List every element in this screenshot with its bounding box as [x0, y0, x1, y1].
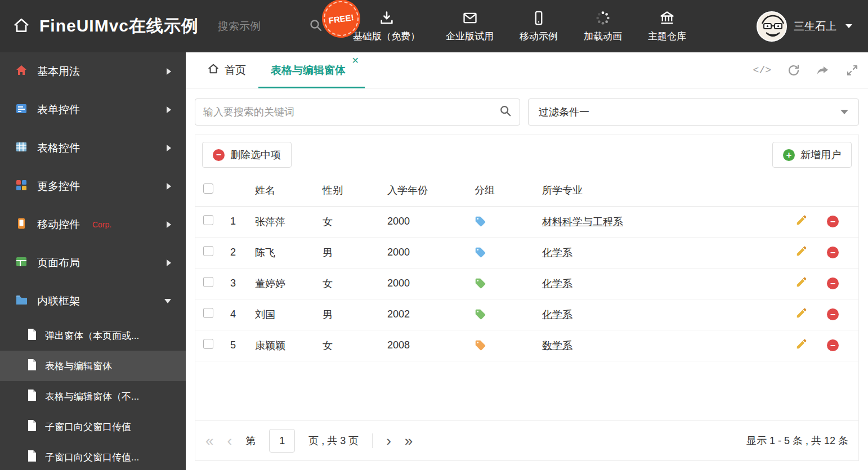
sidebar-subitem-grid-edit-window-2[interactable]: 表格与编辑窗体（不...	[0, 381, 186, 411]
nav-basic-free[interactable]: FREE! 基础版（免费）	[353, 10, 420, 43]
major-link[interactable]: 化学系	[542, 278, 572, 289]
home-colored-icon	[15, 64, 28, 80]
row-index: 3	[222, 268, 255, 299]
home-icon	[207, 62, 220, 78]
first-page-button[interactable]: «	[205, 433, 213, 448]
header-search-input[interactable]	[218, 20, 302, 33]
header-search	[218, 19, 323, 34]
layout-icon	[15, 255, 28, 271]
sidebar-item-inline-frame[interactable]: 内联框架	[0, 282, 186, 320]
home-icon	[12, 16, 30, 37]
edit-icon[interactable]	[795, 307, 808, 319]
nav-enterprise-trial[interactable]: 企业版试用	[446, 10, 494, 43]
edit-icon[interactable]	[795, 276, 808, 288]
download-icon	[379, 10, 395, 26]
avatar	[757, 11, 787, 42]
sidebar-item-form-controls[interactable]: 表单控件	[0, 91, 186, 129]
add-user-button[interactable]: 新增用户	[772, 142, 852, 168]
major-link[interactable]: 化学系	[542, 309, 572, 320]
cell-gender: 男	[323, 299, 387, 330]
sidebar-item-grid-controls[interactable]: 表格控件	[0, 129, 186, 167]
tab-label: 表格与编辑窗体	[271, 63, 346, 78]
sidebar-item-basic-usage[interactable]: 基本用法	[0, 52, 186, 91]
sidebar-subitem-child-to-parent[interactable]: 子窗口向父窗口传值	[0, 411, 186, 442]
nav-label: 企业版试用	[446, 30, 494, 43]
col-major: 所学专业	[542, 174, 795, 206]
row-checkbox[interactable]	[203, 246, 213, 256]
sidebar-item-more-controls[interactable]: 更多控件	[0, 167, 186, 205]
source-code-icon[interactable]: </>	[753, 65, 771, 76]
page-number-input[interactable]	[269, 429, 295, 453]
edit-icon[interactable]	[795, 214, 808, 226]
major-link[interactable]: 数学系	[542, 340, 572, 351]
delete-row-icon[interactable]	[827, 247, 839, 258]
envelope-icon	[462, 10, 478, 26]
tag-icon	[475, 216, 542, 227]
delete-row-icon[interactable]	[827, 216, 839, 227]
tab-home[interactable]: 首页	[195, 52, 258, 88]
last-page-button[interactable]: »	[405, 433, 413, 448]
edit-icon[interactable]	[795, 338, 808, 350]
cell-gender: 女	[323, 268, 387, 299]
sidebar-item-label: 更多控件	[37, 179, 80, 194]
tab-tools: </>	[753, 52, 859, 88]
delete-row-icon[interactable]	[827, 339, 839, 351]
share-icon[interactable]	[816, 64, 830, 77]
delete-row-icon[interactable]	[827, 308, 839, 320]
cell-year: 2002	[387, 299, 475, 330]
keyword-search-input[interactable]	[203, 106, 499, 118]
user-menu[interactable]: 三生石上	[757, 11, 868, 42]
search-icon[interactable]	[499, 105, 512, 119]
sidebar-item-label: 表单控件	[37, 102, 80, 117]
delete-row-icon[interactable]	[827, 277, 839, 289]
cell-name: 陈飞	[255, 237, 323, 268]
edit-icon[interactable]	[795, 245, 808, 257]
major-link[interactable]: 材料科学与工程系	[542, 216, 623, 227]
table-row: 2 陈飞 男 2000 化学系	[195, 237, 858, 268]
close-icon[interactable]	[352, 56, 359, 65]
brand[interactable]: FineUIMvc在线示例	[0, 15, 199, 38]
row-checkbox[interactable]	[203, 308, 213, 318]
sidebar-item-mobile-controls[interactable]: 移动控件Corp.	[0, 205, 186, 244]
table-row: 1 张萍萍 女 2000 材料科学与工程系	[195, 206, 858, 237]
sidebar-subitem-label: 表格与编辑窗体（不...	[45, 390, 139, 403]
search-icon[interactable]	[309, 19, 323, 34]
sidebar-subitem-grid-edit-window[interactable]: 表格与编辑窗体	[0, 351, 186, 381]
next-page-button[interactable]: ›	[386, 433, 391, 448]
expand-icon[interactable]	[845, 64, 859, 77]
plus-circle-icon	[783, 149, 795, 161]
row-index: 2	[222, 237, 255, 268]
sidebar-subitem-child-to-parent-2[interactable]: 子窗口向父窗口传值...	[0, 442, 186, 470]
row-checkbox[interactable]	[203, 277, 213, 287]
tab-grid-edit-window[interactable]: 表格与编辑窗体	[258, 52, 365, 88]
file-icon	[27, 450, 37, 465]
filter-dropdown[interactable]: 过滤条件一	[528, 99, 859, 126]
nav-loading-animation[interactable]: 加载动画	[584, 10, 622, 43]
tag-icon	[475, 247, 542, 258]
col-group: 分组	[475, 174, 542, 206]
chevron-right-icon	[167, 221, 171, 228]
row-index: 4	[222, 299, 255, 330]
refresh-icon[interactable]	[787, 64, 800, 77]
major-link[interactable]: 化学系	[542, 247, 572, 258]
table-icon	[15, 140, 28, 156]
sidebar-item-label: 表格控件	[37, 141, 80, 155]
select-all-checkbox[interactable]	[203, 183, 213, 194]
row-checkbox[interactable]	[203, 339, 213, 349]
sidebar-item-page-layout[interactable]: 页面布局	[0, 244, 186, 282]
sidebar: 基本用法 表单控件 表格控件 更多控件 移动控件Corp. 页面布局	[0, 52, 186, 470]
record-summary: 显示 1 - 5 条 , 共 12 条	[746, 434, 848, 447]
prev-page-button[interactable]: ‹	[227, 433, 232, 448]
row-index: 5	[222, 330, 255, 361]
folder-icon	[15, 293, 28, 310]
sidebar-subitem-popup-window[interactable]: 弹出窗体（本页面或...	[0, 320, 186, 351]
delete-selected-button[interactable]: 删除选中项	[202, 142, 292, 168]
tag-icon	[475, 339, 542, 351]
nav-mobile-demo[interactable]: 移动示例	[520, 10, 558, 43]
top-bar: FineUIMvc在线示例 FREE! 基础版（免费） 企业版试用 移动示例	[0, 0, 868, 52]
main-content: 首页 表格与编辑窗体 </>	[186, 52, 868, 470]
row-checkbox[interactable]	[203, 215, 213, 225]
filter-row: 过滤条件一	[186, 88, 868, 132]
user-name: 三生石上	[794, 19, 836, 34]
nav-theme-store[interactable]: 主题仓库	[648, 10, 686, 43]
